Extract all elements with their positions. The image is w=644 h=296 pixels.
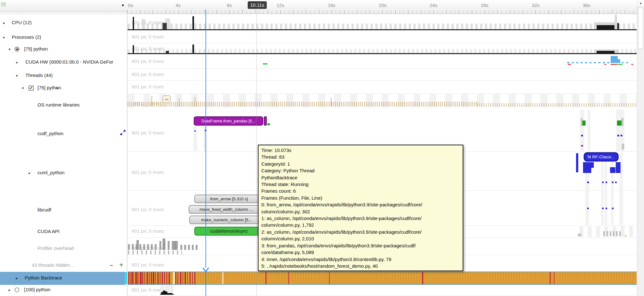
event-mark [615, 15, 617, 29]
python-frame-block[interactable] [610, 167, 615, 173]
sidebar-item-cpu[interactable]: ▸ CPU (12) [0, 19, 127, 27]
scroll-up-icon[interactable]: ▲ [637, 0, 644, 7]
nvtx-range-fit-rf-classifier[interactable]: fit RF-Classi... [584, 152, 619, 162]
nsight-systems-timeline-view: 801 px; 0 msec 801 px; 0 msec 801 px; 0 … [0, 0, 644, 296]
backtrace-red-mark [169, 272, 170, 284]
sidebar-item-thread-75-python[interactable]: ▾ ✓ [75] python ▾ [0, 84, 127, 92]
thread-checkbox-checked[interactable]: ✓ [29, 86, 34, 91]
thread-options-dropdown-icon[interactable]: ▾ [57, 85, 58, 91]
os-runtime-collapsed-badge[interactable]: ... [163, 95, 171, 103]
sidebar-item-label: Threads (44) [25, 72, 53, 78]
python-frame-block[interactable] [616, 162, 621, 173]
cuda-api-histogram [603, 231, 622, 236]
ruler-tick-label: 28s [481, 3, 488, 8]
event-mark [597, 51, 614, 53]
track-row-thread75-state[interactable]: 801 px; 0 msec [127, 81, 637, 94]
sidebar-item-label: Processes (2) [12, 34, 41, 40]
track-row-process100[interactable]: 801 px; 0 msec [127, 285, 637, 296]
event-mark [581, 145, 583, 147]
cuda-api-call-cudamemsetasync[interactable]: cudaMemsetAsync [194, 227, 264, 236]
show-thread-plus-icon[interactable]: + [119, 261, 123, 269]
event-mark [621, 118, 623, 126]
column-band [601, 153, 604, 225]
backtrace-red-mark [185, 272, 186, 284]
expander-collapsed-icon[interactable]: ▸ [9, 287, 10, 293]
backtrace-red-mark [158, 272, 158, 284]
vertical-scrollbar[interactable]: ▲ [637, 0, 644, 296]
backtrace-red-mark [178, 272, 178, 284]
scrollbar-thumb[interactable] [638, 8, 643, 49]
event-mark [179, 98, 179, 106]
expander-expanded-icon[interactable]: ▾ [3, 35, 5, 40]
event-mark [151, 96, 152, 106]
sidebar-item-cudf-python[interactable]: cudf_python [0, 130, 127, 138]
chevron-down-icon[interactable]: ▼ [121, 3, 125, 8]
ruler-cursor-time-badge: 10.11s [248, 1, 267, 9]
process-radio-unselected[interactable] [15, 287, 19, 292]
process-radio-selected[interactable] [15, 47, 19, 52]
backtrace-red-mark [554, 272, 554, 284]
expander-collapsed-icon[interactable]: ▸ [16, 275, 18, 281]
track-row-cuda-hw[interactable]: 801 px; 0 msec [127, 55, 637, 69]
sidebar-header[interactable]: ▼ [0, 0, 127, 12]
hide-thread-minus-icon[interactable]: – [110, 261, 113, 269]
backtrace-red-mark [128, 272, 129, 284]
sidebar-item-processes[interactable]: ▾ Processes (2) [0, 33, 127, 42]
tooltip-line: column/column.py, 302 [261, 208, 460, 215]
sidebar-item-threads-hidden[interactable]: 43 threads hidden... – + [0, 261, 127, 270]
row-size-label: 801 px; 0 msec [132, 228, 164, 234]
cpu-histogram-comb [128, 49, 637, 53]
backtrace-red-mark [166, 272, 167, 284]
backtrace-tooltip: Time: 10.073s Thread: 83 CategoryId: 1 C… [258, 145, 463, 271]
event-mark [621, 135, 622, 136]
row-size-label: 801 px; 0 msec [132, 59, 164, 64]
ruler-tick-label: 36s [583, 3, 590, 8]
track-row-threads[interactable]: 801 px; 0 msec [127, 69, 637, 81]
event-mark [631, 64, 633, 65]
event-mark [622, 62, 624, 63]
event-mark [581, 135, 583, 136]
expander-expanded-icon[interactable]: ▾ [16, 73, 18, 79]
sidebar-item-cuml-python[interactable]: ▸ cuml_python [0, 169, 127, 177]
track-row-processes[interactable]: 801 px; 0 msec [127, 31, 637, 43]
timeline-ruler[interactable]: 0s 4s 8s 12s 16s 20s 24s 28s 32s 36s 10.… [127, 0, 637, 14]
expand-track-icon[interactable] [120, 130, 126, 135]
python-frame-block[interactable] [583, 162, 591, 173]
backtrace-red-mark [164, 272, 165, 284]
event-mark [617, 135, 619, 136]
cpu-histogram-comb [128, 24, 637, 30]
python-frame-block[interactable] [576, 153, 578, 172]
event-mark [587, 182, 589, 183]
backtrace-red-mark [147, 272, 148, 284]
expander-expanded-icon[interactable]: ▾ [22, 85, 24, 91]
tooltip-line: 5: , /rapids/notebooks/host/random_fores… [261, 263, 460, 269]
nvtx-range-dataframe-from-pandas[interactable]: DataFrame.from_pandas [5... [194, 116, 263, 126]
sidebar-item-cuda-hw[interactable]: ▸ CUDA HW (0000:01:00.0 - NVIDIA GeFor [0, 58, 127, 66]
expander-collapsed-icon[interactable]: ▸ [16, 59, 18, 65]
expander-expanded-icon[interactable]: ▾ [9, 46, 10, 52]
row-size-label: 801 px; 0 msec [132, 169, 164, 175]
expander-collapsed-icon[interactable]: ▸ [29, 170, 30, 176]
sidebar-item-libcudf[interactable]: libcudf [0, 206, 127, 214]
backtrace-selection-border-bottom [128, 284, 637, 285]
nvtx-range-make-numeric-column[interactable]: make_numeric_column [5... [189, 216, 264, 224]
sidebar-item-process-100-python[interactable]: ▸ [100] python [0, 286, 127, 294]
sidebar-item-os-runtime[interactable]: OS runtime libraries [0, 101, 127, 109]
python-backtrace-track[interactable] [128, 272, 637, 284]
sidebar-item-profiler-overhead[interactable]: Profiler overhead [0, 244, 127, 253]
timeline-cursor-line[interactable] [205, 10, 206, 296]
event-mark [160, 294, 174, 295]
sidebar-item-cuda-api[interactable]: CUDA API [0, 228, 127, 236]
nvtx-range-from-arrow[interactable]: from_arrow [5.310 s] [194, 195, 264, 203]
sidebar-item-threads[interactable]: ▾ Threads (44) [0, 72, 127, 80]
sidebar-item-process-75-python[interactable]: ▾ [75] python [0, 45, 127, 53]
nvtx-range-segment[interactable] [264, 116, 267, 126]
python-frame-block[interactable] [591, 162, 594, 168]
column-band [587, 110, 590, 151]
expander-collapsed-icon[interactable]: ▸ [3, 20, 5, 26]
cuda-hw-memory-mark [263, 63, 267, 65]
sidebar-item-python-backtrace[interactable]: ▸ Python Backtrace [0, 274, 127, 282]
row-size-label: 801 px; 0 msec [132, 207, 164, 212]
nvtx-range-make-fixed-width-column[interactable]: make_fixed_width_column ... [189, 205, 264, 214]
column-band [605, 153, 607, 225]
